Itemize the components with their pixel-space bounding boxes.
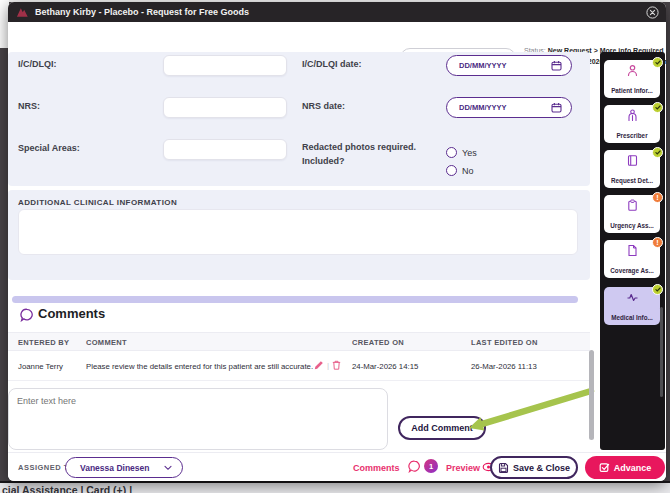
comment-input[interactable] (17, 396, 379, 442)
assignee-value: Vanessa Dinesen (80, 463, 149, 473)
comments-heading: Comments (38, 306, 105, 321)
check-badge-icon: ! (652, 237, 663, 248)
pulse-icon (626, 291, 639, 304)
modal-header: Attachments PRESCRIBER Status: New Reque… (8, 22, 666, 52)
icon-separator: | (327, 361, 329, 370)
sidebar-item-label: Medical Info... (611, 314, 653, 321)
save-close-button[interactable]: Save & Close (490, 456, 578, 479)
chevron-down-icon (164, 465, 172, 471)
sidebar-item-label: Request Det... (611, 177, 653, 184)
col-comment: COMMENT (86, 338, 127, 347)
edit-pencil-icon[interactable] (314, 360, 324, 370)
advance-check-icon (599, 462, 610, 473)
nrs-input[interactable] (163, 97, 287, 118)
brand-logo-icon (16, 6, 29, 18)
sidebar-item-label: Coverage As... (610, 267, 654, 274)
redacted-no-radio[interactable] (446, 165, 457, 176)
icdlqi-date-value: DD/MM/YYYY (459, 61, 507, 70)
redacted-photos-label-line2: Included? (302, 156, 345, 166)
modal-title: Bethany Kirby - Placebo - Request for Fr… (35, 7, 249, 17)
nrs-label: NRS: (18, 101, 40, 111)
sidebar-item-coverage-assessment[interactable]: ! Coverage As... (604, 240, 660, 278)
close-icon[interactable] (646, 6, 659, 19)
person-icon (626, 64, 639, 77)
comments-table-header: ENTERED BY COMMENT CREATED ON LAST EDITE… (8, 332, 590, 351)
underlying-page-text: cial Assistance | Card (+) | (2, 484, 132, 493)
sidebar-item-patient-information[interactable]: ! Patient Infor... (604, 60, 660, 98)
underlying-page-strip: cial Assistance | Card (+) | (0, 481, 670, 493)
comment-bubble-icon (20, 308, 34, 322)
modal-titlebar: Bethany Kirby - Placebo - Request for Fr… (8, 2, 666, 22)
calendar-icon (551, 102, 562, 113)
advance-label: Advance (614, 463, 652, 473)
comment-text: Please review the details entered for th… (86, 362, 313, 371)
vertical-scrollbar[interactable] (589, 350, 594, 440)
alert-badge-icon: ! (656, 239, 659, 247)
save-close-label: Save & Close (513, 463, 570, 473)
col-created-on: CREATED ON (352, 338, 404, 347)
book-icon (626, 154, 639, 167)
footer-comments-link[interactable]: Comments (353, 463, 400, 473)
special-areas-input[interactable] (163, 139, 287, 160)
clipboard-icon (626, 199, 639, 212)
check-badge-icon: ! (652, 284, 663, 295)
redacted-yes-radio[interactable] (446, 147, 457, 158)
sidebar-scrollbar[interactable] (660, 307, 663, 397)
comments-count-badge[interactable]: 1 (424, 459, 438, 473)
calendar-icon (551, 60, 562, 71)
nrs-date-label: NRS date: (302, 101, 345, 111)
prescriber-coat-icon (626, 109, 639, 122)
redacted-no-label: No (462, 166, 474, 176)
icdlqi-date-picker[interactable]: DD/MM/YYYY (446, 55, 572, 76)
icdlqi-date-label: I/C/DLQI date: (302, 59, 362, 69)
additional-info-label: ADDITIONAL CLINICAL INFORMATION (18, 198, 177, 207)
icdlqi-input[interactable] (163, 55, 287, 76)
icdlqi-label: I/C/DLQI: (18, 59, 57, 69)
col-entered-by: ENTERED BY (18, 338, 69, 347)
sidebar-item-prescriber[interactable]: ! Prescriber (604, 105, 660, 143)
save-floppy-icon (498, 462, 509, 473)
comment-table-row: Joanne Terry Please review the details e… (8, 351, 590, 381)
clinical-scores-section: I/C/DLQI: I/C/DLQI date: DD/MM/YYYY NRS:… (8, 52, 590, 186)
trash-icon[interactable] (332, 360, 341, 370)
step-sidebar: ! Patient Infor... ! Prescriber ! Reques… (600, 52, 665, 450)
sidebar-item-medical-info[interactable]: ! Medical Info... (604, 287, 660, 325)
horizontal-scrollbar[interactable] (12, 296, 578, 303)
comment-bubble-icon[interactable] (408, 460, 421, 473)
check-badge-icon: ! (652, 192, 663, 203)
sidebar-item-label: Prescriber (616, 132, 647, 139)
advance-button[interactable]: Advance (585, 456, 665, 479)
sidebar-item-label: Urgency Ass... (610, 222, 654, 229)
comment-entered-by: Joanne Terry (18, 362, 63, 371)
special-areas-label: Special Areas: (18, 143, 80, 153)
alert-badge-icon: ! (656, 194, 659, 202)
check-badge-icon: ! (652, 57, 663, 68)
nrs-date-value: DD/MM/YYYY (459, 103, 507, 112)
sidebar-item-request-details[interactable]: ! Request Det... (604, 150, 660, 188)
sidebar-item-urgency-assessment[interactable]: ! Urgency Ass... (604, 195, 660, 233)
request-modal: Bethany Kirby - Placebo - Request for Fr… (8, 2, 666, 481)
assignee-dropdown[interactable]: Vanessa Dinesen (65, 457, 183, 478)
redacted-photos-label-line1: Redacted photos required. (302, 142, 416, 152)
add-comment-button[interactable]: Add Comment (398, 416, 486, 440)
check-badge-icon: ! (652, 102, 663, 113)
col-last-edited-on: LAST EDITED ON (471, 338, 538, 347)
nrs-date-picker[interactable]: DD/MM/YYYY (446, 97, 572, 118)
document-icon (626, 244, 639, 257)
comment-last-edited-on: 26-Mar-2026 11:13 (471, 362, 537, 371)
comment-created-on: 24-Mar-2026 14:15 (352, 362, 418, 371)
screen: cial Assistance | Card (+) | Bethany Kir… (0, 0, 670, 493)
check-badge-icon: ! (652, 147, 663, 158)
sidebar-item-label: Patient Infor... (611, 87, 653, 94)
redacted-yes-label: Yes (462, 148, 477, 158)
comment-input-box[interactable] (8, 388, 388, 450)
preview-link[interactable]: Preview (446, 463, 480, 473)
additional-info-textarea[interactable] (18, 209, 578, 255)
